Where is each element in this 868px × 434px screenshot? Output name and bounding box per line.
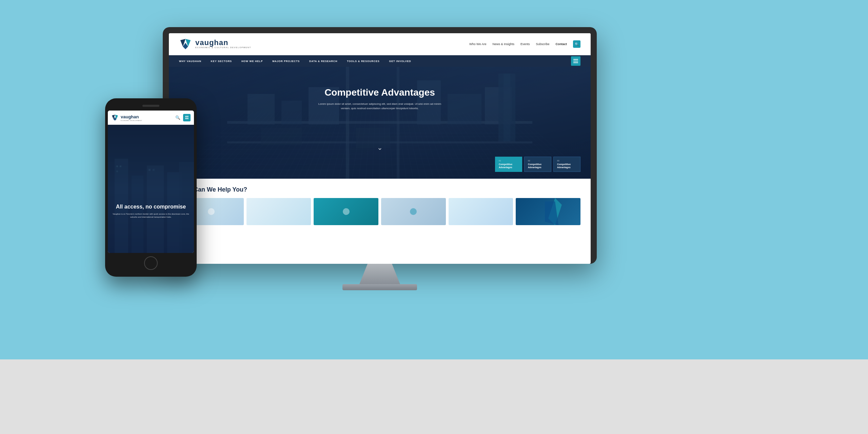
phone-menu-line-1	[185, 116, 189, 117]
phone-hero-section: All access, no compromise Vaughan is on …	[108, 125, 194, 253]
nav-subscribe[interactable]: Subscribe	[536, 42, 549, 46]
phone-home-button[interactable]	[144, 256, 158, 270]
phone-brand-sub: ECONOMIC DEVELOPMENT	[121, 120, 142, 121]
svg-point-18	[343, 208, 350, 215]
phone-hero-title: All access, no compromise	[113, 203, 189, 210]
website-header: vaughan ECONOMIC & CULTURAL DEVELOPMENT …	[169, 33, 591, 55]
phone-menu-line-3	[185, 118, 189, 119]
nav-get-involved[interactable]: GET INVOLVED	[384, 55, 416, 67]
nav-events[interactable]: Events	[520, 42, 530, 46]
help-card-3[interactable]	[314, 198, 378, 225]
phone-screen: vaughan ECONOMIC DEVELOPMENT 🔍	[108, 111, 194, 253]
slide-number-3: 03	[557, 160, 577, 162]
phone-hero-description: Vaughan is on Toronto's northern border …	[113, 213, 189, 219]
nav-key-sectors[interactable]: KEY SECTORS	[206, 55, 237, 67]
nav-contact[interactable]: Contact	[556, 42, 567, 46]
phone-search-icon[interactable]: 🔍	[175, 115, 180, 120]
phone-hero-overlay	[108, 125, 194, 253]
nav-how-we-help[interactable]: HOW WE HELP	[237, 55, 268, 67]
help-card-2[interactable]	[246, 198, 311, 225]
slide-number-1: 01	[499, 160, 518, 162]
help-card-image-4	[381, 198, 446, 225]
nav-news-insights[interactable]: News & Insights	[492, 42, 514, 46]
help-card-image-3	[314, 198, 378, 225]
slide-indicators: 01 Competitive Advantages 02 Competitive…	[495, 157, 580, 172]
nav-major-projects[interactable]: MAJOR PROJECTS	[268, 55, 304, 67]
help-card-image-5	[449, 198, 513, 225]
monitor-stand	[359, 264, 400, 284]
phone-header-icons: 🔍	[175, 114, 191, 121]
slide-card-3[interactable]: 03 Competitive Advantages	[553, 157, 580, 172]
mobile-phone: vaughan ECONOMIC DEVELOPMENT 🔍	[105, 98, 197, 277]
help-card-6[interactable]	[516, 198, 580, 225]
hamburger-menu-button[interactable]	[571, 56, 580, 66]
help-title: How Can We Help You?	[179, 186, 580, 193]
hero-description: Lorem ipsum dolor sit amet, consectetuer…	[315, 102, 444, 111]
phone-hero-content: All access, no compromise Vaughan is on …	[108, 203, 194, 219]
help-card-4[interactable]	[381, 198, 446, 225]
slide-number-2: 02	[528, 160, 548, 162]
monitor-base	[342, 284, 417, 290]
svg-point-17	[208, 208, 215, 215]
hero-content: Competitive Advantages Lorem ipsum dolor…	[169, 67, 591, 111]
slide-label-3: Competitive Advantages	[557, 163, 577, 169]
svg-point-19	[410, 208, 417, 215]
logo-brand: vaughan	[195, 39, 251, 46]
phone-brand-name: vaughan	[121, 114, 139, 119]
help-cards	[179, 198, 580, 225]
logo-area: vaughan ECONOMIC & CULTURAL DEVELOPMENT	[179, 38, 251, 51]
desktop-monitor: vaughan ECONOMIC & CULTURAL DEVELOPMENT …	[163, 27, 597, 290]
nav-data-research[interactable]: DATA & RESEARCH	[304, 55, 342, 67]
help-card-image-6	[516, 198, 580, 225]
phone-header: vaughan ECONOMIC DEVELOPMENT 🔍	[108, 111, 194, 125]
hero-title: Competitive Advantages	[169, 87, 591, 98]
slide-label-2: Competitive Advantages	[528, 163, 548, 169]
slide-label-1: Competitive Advantages	[499, 163, 518, 169]
nav-tools-resources[interactable]: TOOLS & RESOURCES	[342, 55, 384, 67]
slide-card-2[interactable]: 02 Competitive Advantages	[524, 157, 551, 172]
logo-text-area: vaughan ECONOMIC & CULTURAL DEVELOPMENT	[195, 39, 251, 49]
phone-logo-icon	[111, 114, 119, 121]
header-nav: Who We Are News & Insights Events Subscr…	[469, 40, 580, 48]
hero-section: Competitive Advantages Lorem ipsum dolor…	[169, 67, 591, 179]
nav-who-we-are[interactable]: Who We Are	[469, 42, 486, 46]
header-search-button[interactable]: 🔍	[573, 40, 580, 48]
bg-floor	[0, 359, 868, 434]
monitor-screen: vaughan ECONOMIC & CULTURAL DEVELOPMENT …	[169, 33, 591, 264]
hero-scroll-arrow[interactable]: ⌄	[377, 143, 383, 152]
hamburger-line-2	[573, 61, 578, 61]
search-icon: 🔍	[575, 42, 579, 46]
phone-frame: vaughan ECONOMIC DEVELOPMENT 🔍	[105, 98, 197, 277]
monitor-frame: vaughan ECONOMIC & CULTURAL DEVELOPMENT …	[163, 27, 597, 264]
phone-menu-line-2	[185, 117, 189, 118]
vaughan-logo-icon	[179, 38, 192, 51]
help-card-image-2	[246, 198, 311, 225]
help-card-5[interactable]	[449, 198, 513, 225]
help-card-icon-6	[535, 198, 562, 225]
main-nav: WHY VAUGHAN KEY SECTORS HOW WE HELP MAJO…	[169, 55, 591, 67]
phone-notch-bar	[108, 102, 194, 109]
hamburger-line-3	[573, 62, 578, 63]
hamburger-line-1	[573, 59, 578, 60]
nav-why-vaughan[interactable]: WHY VAUGHAN	[179, 55, 206, 67]
help-card-icon-1	[206, 206, 216, 217]
logo-subtitle: ECONOMIC & CULTURAL DEVELOPMENT	[195, 46, 251, 49]
help-card-icon-3	[341, 206, 351, 217]
phone-notch	[142, 105, 159, 107]
help-card-icon-4	[408, 206, 418, 217]
slide-card-1[interactable]: 01 Competitive Advantages	[495, 157, 522, 172]
phone-logo-text: vaughan ECONOMIC DEVELOPMENT	[121, 114, 142, 121]
phone-menu-button[interactable]	[183, 114, 191, 121]
help-section: How Can We Help You?	[169, 179, 591, 260]
